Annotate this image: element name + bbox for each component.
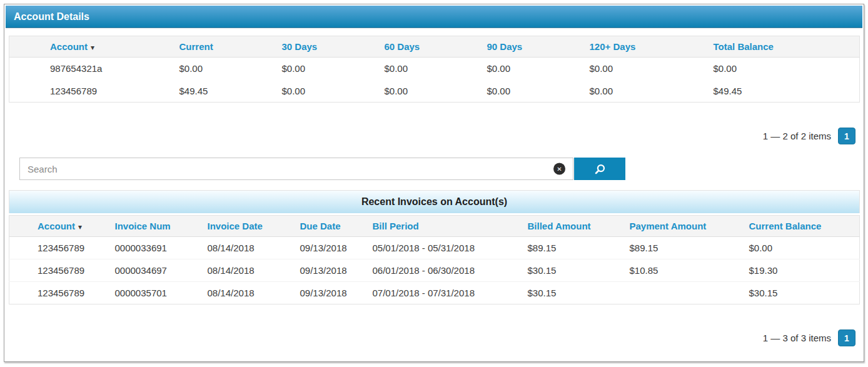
table-row: 123456789 $49.45 $0.00 $0.00 $0.00 $0.00… [9, 80, 860, 103]
col-header-120-days[interactable]: 120+ Days [582, 36, 706, 58]
page-1-button[interactable]: 1 [838, 128, 855, 144]
search-icon [594, 163, 606, 175]
pager-summary: 1 — 2 of 2 items [763, 131, 831, 141]
cell-current-balance: $0.00 [742, 237, 860, 259]
table-row: 987654321a $0.00 $0.00 $0.00 $0.00 $0.00… [9, 58, 860, 80]
accounts-pager: 1 — 2 of 2 items 1 [4, 128, 864, 144]
col-header-payment-amount[interactable]: Payment Amount [622, 216, 742, 237]
cell-60-days: $0.00 [377, 58, 480, 80]
cell-account: 123456789 [9, 259, 108, 282]
cell-invoice-date: 08/14/2018 [200, 237, 293, 259]
search-box: ✕ [19, 158, 573, 180]
cell-invoice-num: 0000034697 [108, 259, 200, 282]
cell-bill-period: 06/01/2018 - 06/30/2018 [365, 259, 520, 282]
search-input[interactable] [20, 158, 573, 179]
cell-due-date: 09/13/2018 [293, 282, 365, 304]
cell-billed-amount: $89.15 [520, 237, 622, 259]
invoices-grid: Recent Invoices on Account(s) Account▾ I… [9, 190, 860, 304]
col-header-bill-period[interactable]: Bill Period [365, 216, 520, 237]
invoices-pager: 1 — 3 of 3 items 1 [4, 329, 864, 346]
sort-descending-icon: ▾ [78, 223, 82, 231]
cell-120-days: $0.00 [582, 80, 706, 103]
cell-invoice-num: 0000033691 [108, 237, 200, 259]
col-header-30-days[interactable]: 30 Days [275, 36, 377, 58]
cell-60-days: $0.00 [377, 80, 480, 103]
cell-30-days: $0.00 [275, 58, 377, 80]
col-header-billed-amount[interactable]: Billed Amount [520, 216, 622, 237]
cell-due-date: 09/13/2018 [293, 259, 365, 282]
cell-invoice-date: 08/14/2018 [200, 282, 293, 304]
cell-120-days: $0.00 [582, 58, 706, 80]
cell-30-days: $0.00 [275, 80, 377, 103]
cell-total-balance: $0.00 [706, 58, 860, 80]
panel-title: Account Details [14, 11, 89, 23]
cell-account: 987654321a [9, 58, 172, 80]
pager-summary: 1 — 3 of 3 items [763, 333, 831, 343]
col-header-account[interactable]: Account▾ [9, 216, 108, 237]
cell-account: 123456789 [9, 237, 108, 259]
cell-bill-period: 07/01/2018 - 07/31/2018 [365, 282, 520, 304]
search-bar: ✕ [19, 158, 864, 180]
col-header-current-balance[interactable]: Current Balance [742, 216, 860, 237]
cell-90-days: $0.00 [480, 80, 582, 103]
cell-payment-amount [622, 282, 742, 304]
cell-billed-amount: $30.15 [520, 259, 622, 282]
table-row: 123456789 0000035701 08/14/2018 09/13/20… [9, 282, 860, 304]
cell-invoice-date: 08/14/2018 [200, 259, 293, 282]
cell-account: 123456789 [9, 80, 172, 103]
cell-payment-amount: $10.85 [622, 259, 742, 282]
cell-due-date: 09/13/2018 [293, 237, 365, 259]
cell-current-balance: $19.30 [742, 259, 860, 282]
col-header-60-days[interactable]: 60 Days [377, 36, 480, 58]
table-row: 123456789 0000033691 08/14/2018 09/13/20… [9, 237, 860, 259]
col-header-account-label: Account [50, 41, 88, 52]
invoices-header-row: Account▾ Invoice Num Invoice Date Due Da… [9, 216, 860, 237]
cell-current: $49.45 [172, 80, 275, 103]
col-header-invoice-num[interactable]: Invoice Num [108, 216, 200, 237]
col-header-account[interactable]: Account▾ [9, 36, 172, 58]
cell-current-balance: $30.15 [742, 282, 860, 304]
col-header-current[interactable]: Current [172, 36, 275, 58]
cell-account: 123456789 [9, 282, 108, 304]
table-row: 123456789 0000034697 08/14/2018 09/13/20… [9, 259, 860, 282]
invoices-section-title: Recent Invoices on Account(s) [9, 190, 860, 213]
accounts-header-row: Account▾ Current 30 Days 60 Days 90 Days… [9, 36, 860, 58]
col-header-total-balance[interactable]: Total Balance [706, 36, 860, 58]
clear-search-icon[interactable]: ✕ [553, 163, 565, 175]
account-details-panel: Account Details Account▾ Current 30 Days… [4, 4, 864, 362]
cell-90-days: $0.00 [480, 58, 582, 80]
accounts-grid: Account▾ Current 30 Days 60 Days 90 Days… [9, 36, 860, 103]
col-header-invoice-date[interactable]: Invoice Date [200, 216, 293, 237]
cell-bill-period: 05/01/2018 - 05/31/2018 [365, 237, 520, 259]
col-header-account-label: Account [38, 221, 75, 231]
cell-invoice-num: 0000035701 [108, 282, 200, 304]
col-header-90-days[interactable]: 90 Days [480, 36, 582, 58]
search-button[interactable] [574, 158, 625, 180]
cell-payment-amount: $89.15 [622, 237, 742, 259]
col-header-due-date[interactable]: Due Date [293, 216, 365, 237]
invoices-title-label: Recent Invoices on Account(s) [361, 196, 507, 208]
cell-total-balance: $49.45 [706, 80, 860, 103]
cell-current: $0.00 [172, 58, 275, 80]
page-1-button[interactable]: 1 [838, 329, 855, 346]
sort-descending-icon: ▾ [91, 43, 94, 52]
cell-billed-amount: $30.15 [520, 282, 622, 304]
panel-titlebar: Account Details [6, 6, 862, 28]
